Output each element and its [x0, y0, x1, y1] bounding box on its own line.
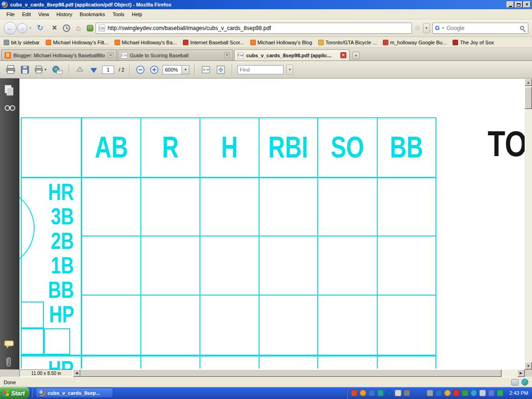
minimize-button[interactable] — [507, 1, 514, 8]
pdf-page[interactable]: AB R H RBI SO BB HR 3B 2B 1B BB HP HR TO… — [19, 79, 525, 369]
next-page-button[interactable] — [88, 63, 99, 76]
scroll-right-button[interactable]: ▶ — [517, 369, 525, 377]
forward-button[interactable]: → — [17, 23, 27, 33]
find-dropdown-button[interactable]: ▼ — [286, 65, 293, 75]
menu-history[interactable]: History — [53, 10, 76, 18]
start-button[interactable]: Start — [0, 387, 30, 399]
scroll-down-button[interactable]: ▼ — [525, 362, 532, 369]
tray-icon[interactable] — [462, 390, 468, 396]
search-input[interactable] — [447, 25, 518, 31]
stop-button[interactable]: × — [48, 23, 60, 33]
tab-list-button[interactable]: ▼ — [352, 52, 360, 59]
tray-icon[interactable] — [444, 390, 451, 396]
bookmark-item[interactable]: The Joy of Sox — [453, 40, 494, 45]
zoom-level-combo[interactable]: 600% ▼ — [163, 65, 189, 74]
tab-close-icon[interactable]: × — [340, 52, 346, 58]
statusbar-addon-icon[interactable] — [511, 379, 519, 386]
bookmark-item[interactable]: Toronto/GTA Bicycle ... — [318, 40, 377, 45]
search-icon[interactable] — [520, 26, 524, 30]
scorecard-column-header: RBI — [260, 118, 317, 176]
tab-close-icon[interactable]: × — [108, 52, 114, 58]
page-number-input[interactable] — [102, 66, 114, 74]
find-input[interactable] — [237, 65, 284, 74]
menu-edit[interactable]: Edit — [18, 10, 35, 18]
tab-pdf-active[interactable]: Css cubs_v_cards_8sep98.pdf (applic... × — [234, 49, 350, 60]
bookmark-item[interactable]: Michael Holloway's Filt... — [46, 40, 109, 45]
bookmark-item[interactable]: bit.ly sidebar — [4, 40, 40, 45]
reload-button[interactable]: ↻ — [34, 23, 46, 33]
close-button[interactable]: × — [523, 1, 531, 8]
back-button[interactable]: ← — [4, 22, 17, 35]
tray-icon[interactable] — [427, 390, 433, 396]
comments-panel-icon[interactable] — [4, 340, 15, 351]
bookmark-item[interactable]: Internet Baseball Scor... — [183, 40, 244, 45]
addon-icon[interactable] — [87, 25, 93, 31]
scroll-up-button[interactable]: ▲ — [525, 79, 532, 86]
tray-icon[interactable] — [369, 390, 375, 396]
scorecard-column-header: H — [200, 118, 259, 176]
vertical-scroll-thumb[interactable] — [525, 87, 532, 109]
tray-icon[interactable] — [395, 390, 401, 396]
vertical-scrollbar[interactable] — [525, 79, 532, 369]
bookmark-item[interactable]: Michael Holloway's Blog — [250, 40, 312, 45]
tray-icon[interactable] — [360, 390, 366, 396]
zoom-in-button[interactable] — [149, 63, 160, 76]
back-history-dropdown-icon[interactable]: ▼ — [29, 26, 32, 30]
location-bar[interactable]: Css — [96, 23, 412, 34]
tray-icon[interactable] — [479, 390, 486, 396]
tray-icon[interactable] — [386, 390, 393, 396]
tray-icon[interactable] — [377, 390, 384, 396]
bookmark-item[interactable]: Michael Holloway's Ba... — [115, 40, 177, 45]
location-dropdown-button[interactable]: ▼ — [423, 23, 430, 33]
menu-tools[interactable]: Tools — [109, 10, 128, 18]
fit-page-button[interactable] — [215, 63, 227, 76]
firefox-logo-icon — [1, 1, 8, 8]
fit-page-icon — [216, 65, 226, 74]
google-logo-icon[interactable]: G — [435, 25, 440, 31]
pages-panel-icon[interactable] — [4, 85, 15, 99]
horizontal-scroll-thumb[interactable] — [80, 369, 502, 377]
tray-icon[interactable] — [471, 390, 477, 396]
zoom-dropdown-button[interactable]: ▼ — [181, 66, 189, 74]
tab-blogger[interactable]: B Blogger: Michael Holloway's BaseballBl… — [1, 49, 117, 60]
statusbar-plugin-icon[interactable] — [521, 379, 528, 386]
menu-bookmarks[interactable]: Bookmarks — [76, 10, 109, 18]
toolbar-separator — [129, 64, 130, 75]
tray-icon[interactable] — [453, 390, 459, 396]
search-panel-icon[interactable] — [4, 103, 16, 114]
email-button[interactable] — [51, 63, 64, 76]
print-button[interactable] — [5, 63, 17, 76]
bookmark-star-icon[interactable]: ☆ — [414, 24, 421, 32]
maximize-button[interactable] — [515, 1, 522, 8]
bookmark-favicon — [4, 40, 9, 45]
toolbar-separator — [232, 64, 232, 75]
menu-help[interactable]: Help — [128, 10, 146, 18]
tab-close-icon[interactable]: × — [224, 52, 230, 58]
bookmark-item[interactable]: m_holloway Google Bu... — [383, 40, 447, 45]
search-bar[interactable]: G ▼ — [432, 23, 528, 34]
search-engine-dropdown-icon[interactable]: ▼ — [441, 26, 445, 30]
save-button[interactable] — [19, 63, 30, 76]
previous-page-button[interactable] — [74, 63, 85, 76]
fit-width-button[interactable] — [200, 63, 212, 76]
print-options-button[interactable]: ▼ — [33, 63, 48, 76]
menu-view[interactable]: View — [35, 10, 53, 18]
tray-icon[interactable] — [497, 390, 503, 396]
zoom-out-button[interactable] — [135, 63, 146, 76]
tray-icon[interactable] — [351, 390, 357, 396]
tab-scoring-guide[interactable]: Css Guide to Scoring Baseball × — [118, 49, 233, 60]
tray-icon[interactable] — [488, 390, 495, 396]
tray-icon[interactable] — [404, 390, 410, 396]
home-button[interactable]: ⌂ — [73, 24, 85, 33]
attachments-panel-icon[interactable] — [4, 357, 12, 370]
tray-icon[interactable] — [435, 390, 442, 396]
scroll-left-button[interactable]: ◀ — [73, 369, 80, 377]
taskbar-window-button[interactable]: cubs_v_cards_8sep... — [36, 388, 113, 398]
fit-width-icon — [201, 65, 211, 74]
history-clock-icon[interactable] — [63, 24, 70, 32]
page-favicon: Css — [98, 24, 105, 31]
css-favicon: Css — [121, 52, 127, 59]
scorecard-column-header: R — [141, 118, 200, 176]
url-input[interactable] — [108, 25, 409, 31]
menu-file[interactable]: File — [3, 10, 18, 18]
